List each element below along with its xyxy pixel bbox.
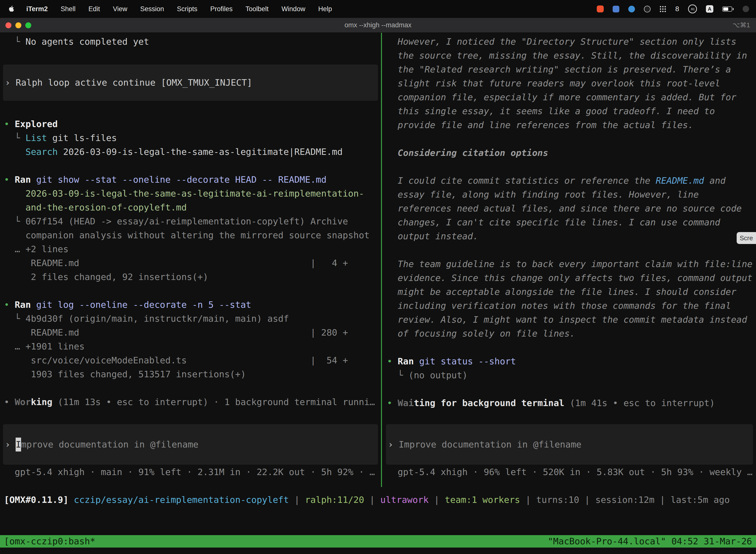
terminal-line: • Ran git show --stat --oneline --decora… — [0, 173, 381, 187]
dark-app-icon[interactable] — [644, 6, 650, 12]
terminal-line: … +1901 lines — [0, 340, 381, 353]
terminal-line: • Ran git status --short — [383, 354, 756, 368]
menu-item-window[interactable]: Window — [275, 5, 312, 13]
control-center-icon[interactable] — [743, 6, 749, 12]
terminal-line — [383, 160, 756, 174]
left-pane-main-lines: • Explored └ List git ls-files Search 20… — [0, 117, 381, 409]
terminal-line: README.md | 280 + — [0, 326, 381, 340]
terminal-line: references need actual files, and since … — [383, 202, 756, 215]
terminal-line: companion file, especially if more comme… — [383, 90, 756, 104]
terminal-line: However, I noticed the "Directory Struct… — [383, 35, 756, 49]
close-button[interactable] — [5, 22, 11, 28]
pane-divider[interactable] — [381, 33, 382, 487]
terminal-line: • Explored — [0, 117, 381, 131]
left-agent-pane: └ No agents completed yet › Ralph loop a… — [0, 33, 381, 479]
menu-item-iterm2[interactable]: iTerm2 — [20, 5, 54, 13]
terminal-line: └ (no output) — [383, 368, 756, 382]
terminal-line: … +2 lines — [0, 242, 381, 256]
menu-item-view[interactable]: View — [107, 5, 134, 13]
terminal-line: • Waiting for background terminal (1m 41… — [383, 396, 756, 410]
battery-body — [722, 6, 732, 12]
terminal-line: slight risk that future readers may over… — [383, 76, 756, 90]
terminal-line: Search 2026-03-09-is-legal-the-same-as-l… — [0, 145, 381, 159]
battery-icon[interactable] — [722, 6, 734, 12]
screen-share-button[interactable]: Scre — [737, 232, 756, 244]
tmux-host-clock: "MacBook-Pro-44.local" 04:52 31-Mar-26 — [548, 535, 752, 548]
menu-item-edit[interactable]: Edit — [82, 5, 107, 13]
terminal-line: README.md | 4 + — [0, 256, 381, 270]
apple-icon — [8, 5, 14, 12]
terminal-line: evidence. Since this change only affects… — [383, 271, 756, 285]
minimize-button[interactable] — [15, 22, 21, 28]
gauge-icon[interactable]: .61 — [688, 4, 697, 13]
menu-item-profiles[interactable]: Profiles — [204, 5, 239, 13]
blue-grid-app-icon[interactable] — [613, 6, 619, 12]
menu-items: iTerm2ShellEditViewSessionScriptsProfile… — [20, 5, 338, 13]
omx-status-line: [OMX#0.11.9] cczip/essay/ai-reimplementa… — [0, 493, 756, 507]
macos-menu-bar: iTerm2ShellEditViewSessionScriptsProfile… — [0, 0, 756, 18]
window-shortcut: ⌥⌘1 — [733, 21, 756, 29]
window-title-bar[interactable]: omx --xhigh --madmax ⌥⌘1 — [0, 18, 756, 33]
battery-nub — [733, 8, 734, 10]
menu-item-shell[interactable]: Shell — [54, 5, 82, 13]
terminal-line: • Working (11m 13s • esc to interrupt) ·… — [0, 395, 381, 409]
menu-item-toolbelt[interactable]: Toolbelt — [239, 5, 275, 13]
terminal-line: 1903 files changed, 513517 insertions(+) — [0, 367, 381, 381]
right-pane-lines: However, I noticed the "Directory Struct… — [383, 35, 756, 410]
left-model-status-line: gpt-5.4 xhigh · main · 91% left · 2.31M … — [0, 465, 381, 479]
terminal-line: I could cite commit statistics or refere… — [383, 174, 756, 188]
ralph-inject-box: › Ralph loop active continue [OMX_TMUX_I… — [3, 64, 378, 101]
terminal-line: this single essay, it seems like a good … — [383, 104, 756, 118]
menu-bar-status-icons: 8 .61 A — [597, 4, 749, 13]
terminal-line — [383, 340, 756, 354]
terminal-line: 2026-03-09-is-legal-the-same-as-legitima… — [0, 187, 381, 201]
traffic-lights — [0, 22, 31, 28]
menu-item-scripts[interactable]: Scripts — [170, 5, 204, 13]
screen-recording-indicator-icon[interactable] — [597, 5, 604, 12]
terminal-line: and-the-erosion-of-copyleft.md — [0, 201, 381, 214]
terminal-line: └ No agents completed yet — [0, 35, 381, 49]
terminal-line — [383, 243, 756, 257]
menu-item-session[interactable]: Session — [134, 5, 170, 13]
right-prompt-input[interactable]: › Improve documentation in @filename — [386, 424, 753, 465]
terminal-line: • Ran git log --oneline --decorate -n 5 … — [0, 298, 381, 312]
menu-item-help[interactable]: Help — [312, 5, 338, 13]
terminal-line — [383, 132, 756, 146]
terminal-content[interactable]: └ No agents completed yet › Ralph loop a… — [0, 33, 756, 554]
gauge-value: .61 — [690, 7, 695, 11]
tmux-status-bar: [omx-cczip0:bash* "MacBook-Pro-44.local"… — [0, 535, 756, 548]
zoom-button[interactable] — [25, 22, 31, 28]
tmux-session-window: [omx-cczip0:bash* — [4, 535, 95, 548]
nine-dot-grid-icon[interactable] — [659, 6, 666, 12]
right-agent-pane: However, I noticed the "Directory Struct… — [383, 33, 756, 479]
terminal-line — [0, 284, 381, 298]
terminal-line: └ List git ls-files — [0, 131, 381, 145]
terminal-line: changes, I can't cite specific file line… — [383, 215, 756, 229]
left-prompt-input[interactable]: › Improve documentation in @filename — [3, 424, 378, 465]
terminal-line: output instead. — [383, 229, 756, 243]
terminal-line: companion analysis without altering the … — [0, 228, 381, 242]
left-pane-top-lines: └ No agents completed yet — [0, 35, 381, 49]
terminal-line: the "Related research writing" section i… — [383, 63, 756, 76]
number-8-badge[interactable]: 8 — [675, 5, 679, 13]
terminal-line: might be acceptable alongside the file l… — [383, 285, 756, 299]
terminal-line — [0, 159, 381, 173]
terminal-line: provide file and line references from th… — [383, 118, 756, 132]
terminal-line: of focusing solely on file lines. — [383, 327, 756, 340]
terminal-line: src/voice/voiceModeEnabled.ts | 54 + — [0, 353, 381, 367]
input-source-icon[interactable]: A — [706, 5, 713, 13]
terminal-line: essay file, along with finding root file… — [383, 188, 756, 202]
terminal-line: └ 4b9d30f (origin/main, instructkr/main,… — [0, 312, 381, 326]
apple-menu[interactable] — [7, 5, 20, 12]
terminal-line: the source tree, missing the essay. Stil… — [383, 49, 756, 63]
window-title: omx --xhigh --madmax — [0, 21, 756, 29]
terminal-line — [0, 381, 381, 395]
terminal-line: Considering citation options — [383, 146, 756, 160]
terminal-line: 2 files changed, 92 insertions(+) — [0, 270, 381, 284]
terminal-line: └ 067f154 (HEAD -> essay/ai-reimplementa… — [0, 214, 381, 228]
terminal-line: The team guideline is to back every impo… — [383, 257, 756, 271]
terminal-line — [383, 382, 756, 396]
battery-fill — [723, 7, 728, 11]
blue-app-icon[interactable] — [628, 6, 635, 12]
terminal-line: review. Also, I might want to inspect th… — [383, 313, 756, 327]
